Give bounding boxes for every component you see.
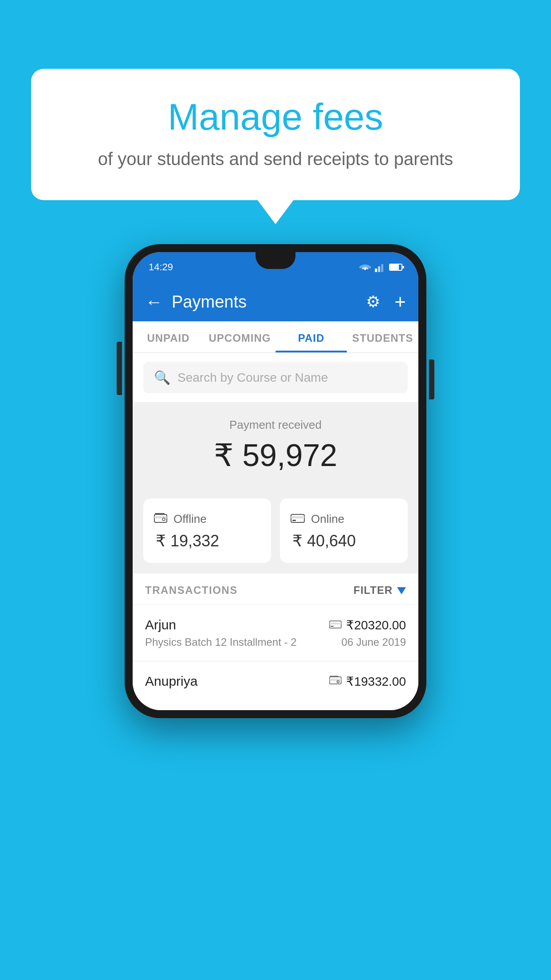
transaction-course: Physics Batch 12 Installment - 2 [145,636,296,648]
svg-point-15 [337,680,339,683]
tab-unpaid[interactable]: UNPAID [133,321,204,352]
payment-received-label: Payment received [143,418,408,432]
transactions-label: TRANSACTIONS [145,584,238,597]
offline-card-header: Offline [154,511,260,527]
tab-students[interactable]: STUDENTS [347,321,418,352]
payment-cards: Offline ₹ 19,332 Online [133,488,418,573]
bubble-heading: Manage fees [67,95,484,138]
transaction-row-bottom: Physics Batch 12 Installment - 2 06 June… [145,636,406,648]
svg-rect-2 [381,264,383,272]
online-card-header: Online [291,511,397,527]
signal-icon [375,262,386,272]
online-label: Online [311,512,344,526]
svg-rect-12 [331,626,334,627]
status-bar: 14:29 [133,252,418,282]
app-header: ← Payments ⚙ + [133,282,418,321]
svg-rect-5 [154,516,167,518]
transaction-amount: ₹19332.00 [346,674,406,689]
transaction-amount-wrap: ₹20320.00 [329,618,406,632]
transaction-row[interactable]: Anupriya ₹19332.00 [133,661,418,710]
back-button[interactable]: ← [145,293,163,311]
transaction-row-top: Anupriya ₹19332.00 [145,674,406,689]
cash-icon [154,511,167,527]
status-time: 14:29 [149,261,173,273]
transaction-date: 06 June 2019 [342,636,406,648]
card-payment-icon [329,618,342,632]
search-icon: 🔍 [154,370,170,385]
transaction-amount: ₹20320.00 [346,618,406,632]
payment-total-amount: ₹ 59,972 [143,437,408,474]
phone-outer: 14:29 [125,244,426,718]
phone-mockup: 14:29 [125,244,426,718]
search-box[interactable]: 🔍 Search by Course or Name [143,362,408,393]
transaction-amount-wrap: ₹19332.00 [329,674,406,689]
transaction-row[interactable]: Arjun ₹20320.00 Physics Batch 1 [133,605,418,661]
search-placeholder: Search by Course or Name [177,371,328,385]
transaction-row-top: Arjun ₹20320.00 [145,617,406,632]
tab-upcoming[interactable]: UPCOMING [204,321,276,352]
payment-received-section: Payment received ₹ 59,972 [133,402,418,488]
offline-amount: ₹ 19,332 [154,532,260,550]
online-amount: ₹ 40,640 [291,532,397,550]
cash-payment-icon [329,675,342,688]
search-container: 🔍 Search by Course or Name [133,353,418,402]
credit-card-icon [291,511,305,527]
offline-card: Offline ₹ 19,332 [143,498,271,563]
speech-bubble-card: Manage fees of your students and send re… [31,69,520,200]
svg-rect-0 [375,269,377,272]
wifi-icon [359,262,371,272]
tabs-bar: UNPAID UPCOMING PAID STUDENTS [133,321,418,353]
tab-paid[interactable]: PAID [276,321,347,352]
online-card: Online ₹ 40,640 [280,498,408,563]
status-icons [359,262,402,272]
add-button[interactable]: + [394,291,406,313]
transactions-header: TRANSACTIONS FILTER [133,573,418,605]
battery-icon [389,264,402,271]
filter-label: FILTER [354,584,393,597]
settings-button[interactable]: ⚙ [366,292,380,311]
offline-label: Offline [173,512,207,526]
phone-screen: 14:29 [133,252,418,710]
svg-rect-14 [330,679,341,681]
svg-rect-1 [378,266,380,272]
transaction-name: Arjun [145,617,176,632]
svg-rect-9 [292,520,296,521]
transaction-name: Anupriya [145,674,197,689]
filter-button[interactable]: FILTER [354,584,406,597]
svg-rect-8 [291,516,304,518]
bubble-subtext: of your students and send receipts to pa… [67,149,484,169]
svg-rect-11 [330,623,341,624]
page-title: Payments [172,292,352,312]
filter-icon [397,587,406,594]
